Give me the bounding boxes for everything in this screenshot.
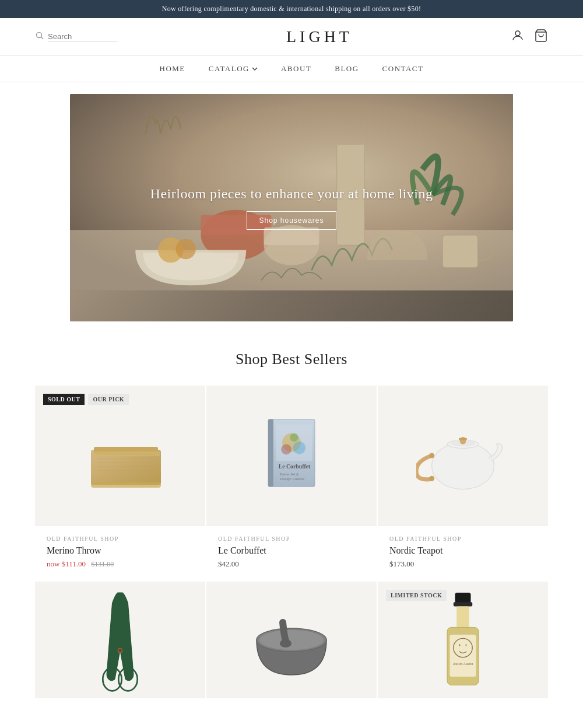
header: LIGHT bbox=[0, 18, 583, 55]
svg-point-45 bbox=[259, 630, 324, 650]
throw-illustration bbox=[73, 409, 167, 502]
product-price-3: $173.00 bbox=[389, 559, 536, 569]
teapot-illustration bbox=[416, 409, 510, 502]
search-container bbox=[35, 31, 128, 43]
product-card-5[interactable] bbox=[206, 582, 377, 698]
nav-item-contact[interactable]: CONTACT bbox=[382, 64, 424, 74]
badge-limited-stock: LIMITED STOCK bbox=[386, 590, 447, 601]
scissors-illustration bbox=[85, 587, 155, 692]
product-name-2: Le Corbuffet bbox=[218, 545, 365, 556]
svg-rect-16 bbox=[92, 452, 160, 456]
svg-point-31 bbox=[281, 444, 292, 454]
price-now-1: now $111.00 bbox=[47, 559, 86, 568]
svg-point-46 bbox=[280, 639, 292, 648]
svg-point-32 bbox=[290, 433, 298, 442]
product-card-4[interactable] bbox=[35, 582, 205, 698]
svg-rect-24 bbox=[268, 419, 273, 487]
product-badges-1: SOLD OUT OUR PICK bbox=[43, 394, 129, 405]
svg-rect-22 bbox=[91, 482, 161, 488]
svg-text:Better Art &: Better Art & bbox=[280, 472, 299, 476]
product-brand-2: OLD FAITHFUL SHOP bbox=[218, 536, 365, 542]
bottle-illustration: Austin Austin bbox=[434, 587, 492, 692]
badge-our-pick: OUR PICK bbox=[88, 394, 129, 405]
main-nav: HOME CATALOG ABOUT BLOG CONTACT bbox=[0, 55, 583, 82]
product-image-bottle: LIMITED STOCK bbox=[378, 582, 548, 698]
product-card-6[interactable]: LIMITED STOCK bbox=[378, 582, 548, 698]
product-info-3: OLD FAITHFUL SHOP Nordic Teapot $173.00 bbox=[378, 526, 548, 580]
account-icon[interactable] bbox=[511, 29, 525, 45]
svg-rect-37 bbox=[459, 438, 467, 440]
product-brand-3: OLD FAITHFUL SHOP bbox=[389, 536, 536, 542]
product-card-1[interactable]: SOLD OUT OUR PICK bbox=[35, 386, 205, 580]
product-image-merino-throw: SOLD OUT OUR PICK bbox=[35, 386, 205, 526]
nav-item-catalog[interactable]: CATALOG bbox=[209, 64, 258, 74]
product-name-1: Merino Throw bbox=[47, 545, 194, 556]
svg-rect-49 bbox=[456, 606, 469, 627]
badge-sold-out: SOLD OUT bbox=[43, 394, 85, 405]
site-logo[interactable]: LIGHT bbox=[286, 27, 353, 46]
product-image-teapot bbox=[378, 386, 548, 526]
nav-item-blog[interactable]: BLOG bbox=[335, 64, 359, 74]
svg-point-0 bbox=[37, 33, 42, 38]
svg-point-38 bbox=[429, 453, 434, 459]
nav-item-home[interactable]: HOME bbox=[160, 64, 185, 74]
product-image-scissors bbox=[35, 582, 205, 698]
price-3: $173.00 bbox=[389, 559, 414, 568]
book-illustration: Le Corbuffet Better Art & Design Cuisine bbox=[245, 409, 338, 502]
chevron-down-icon bbox=[252, 67, 258, 71]
svg-point-30 bbox=[293, 442, 305, 454]
nav-item-about[interactable]: ABOUT bbox=[281, 64, 311, 74]
best-sellers-title: Shop Best Sellers bbox=[35, 351, 548, 368]
mortar-illustration bbox=[245, 593, 338, 687]
product-image-book: Le Corbuffet Better Art & Design Cuisine bbox=[206, 386, 377, 526]
product-price-1: now $111.00 $131.00 bbox=[47, 559, 194, 569]
product-grid: SOLD OUT OUR PICK bbox=[35, 386, 548, 698]
svg-rect-47 bbox=[455, 593, 471, 603]
product-name-3: Nordic Teapot bbox=[389, 545, 536, 556]
svg-point-39 bbox=[429, 476, 434, 481]
banner-text: Now offering complimentary domestic & in… bbox=[162, 5, 422, 13]
header-icons bbox=[511, 29, 548, 45]
svg-text:Design Cuisine: Design Cuisine bbox=[280, 477, 304, 481]
product-image-mortar bbox=[206, 582, 377, 698]
svg-text:Austin Austin: Austin Austin bbox=[453, 662, 474, 666]
product-info-2: OLD FAITHFUL SHOP Le Corbuffet $42.00 bbox=[206, 526, 377, 580]
price-2: $42.00 bbox=[218, 559, 239, 568]
product-price-2: $42.00 bbox=[218, 559, 365, 569]
hero-banner: Heirloom pieces to enhance your at home … bbox=[70, 94, 513, 321]
cart-icon[interactable] bbox=[534, 29, 548, 45]
hero-cta-button[interactable]: Shop housewares bbox=[247, 211, 336, 230]
price-old-1: $131.00 bbox=[91, 560, 114, 568]
hero-overlay: Heirloom pieces to enhance your at home … bbox=[70, 94, 513, 321]
product-card-2[interactable]: Le Corbuffet Better Art & Design Cuisine… bbox=[206, 386, 377, 580]
svg-rect-48 bbox=[454, 602, 472, 606]
svg-text:Le Corbuffet: Le Corbuffet bbox=[279, 463, 311, 470]
svg-point-33 bbox=[432, 443, 494, 489]
product-info-1: OLD FAITHFUL SHOP Merino Throw now $111.… bbox=[35, 526, 205, 580]
svg-point-43 bbox=[118, 649, 121, 652]
hero-title: Heirloom pieces to enhance your at home … bbox=[150, 186, 433, 202]
best-sellers-section: Shop Best Sellers SOLD OUT OUR PICK bbox=[0, 321, 583, 710]
svg-rect-51 bbox=[450, 635, 476, 677]
top-banner: Now offering complimentary domestic & in… bbox=[0, 0, 583, 18]
search-icon bbox=[35, 31, 44, 43]
search-input[interactable] bbox=[48, 32, 118, 41]
svg-point-2 bbox=[515, 31, 520, 36]
product-badges-6: LIMITED STOCK bbox=[386, 590, 447, 601]
svg-line-1 bbox=[41, 37, 44, 40]
product-brand-1: OLD FAITHFUL SHOP bbox=[47, 536, 194, 542]
product-card-3[interactable]: OLD FAITHFUL SHOP Nordic Teapot $173.00 bbox=[378, 386, 548, 580]
